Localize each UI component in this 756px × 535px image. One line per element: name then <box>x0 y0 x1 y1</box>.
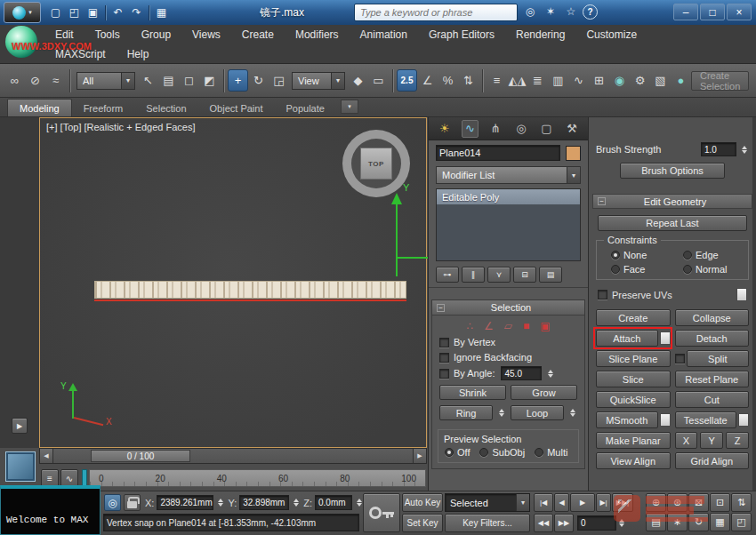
loop-spinner[interactable] <box>568 405 577 420</box>
material-editor-icon[interactable]: ◉ <box>609 69 630 92</box>
plane-object[interactable] <box>94 281 406 299</box>
select-and-rotate-icon[interactable]: ↻ <box>248 69 269 92</box>
motion-tab-icon[interactable]: ◎ <box>512 120 530 138</box>
menu-rendering[interactable]: Rendering <box>505 25 575 44</box>
maximize-button[interactable]: □ <box>700 4 725 20</box>
show-end-result-icon[interactable]: ∥ <box>462 267 485 283</box>
play-animation-icon[interactable]: ▶ <box>570 493 595 512</box>
mirror-icon[interactable]: ◭◮ <box>507 69 527 92</box>
select-object-icon[interactable]: ↖ <box>138 69 158 92</box>
chevron-down-icon[interactable]: ▾ <box>567 167 580 183</box>
gizmo-x-axis[interactable] <box>398 257 428 259</box>
brush-options-button[interactable]: Brush Options <box>620 163 725 179</box>
align-icon[interactable]: ≣ <box>527 69 548 92</box>
tab-selection[interactable]: Selection <box>134 100 197 116</box>
create-button[interactable]: Create <box>596 309 671 326</box>
slice-button[interactable]: Slice <box>596 371 671 387</box>
schematic-view-icon[interactable]: ⊞ <box>589 69 609 92</box>
preview-multi-radio[interactable] <box>535 448 543 457</box>
favorites-star-icon[interactable]: ☆ <box>562 3 580 20</box>
key-selection-dropdown[interactable]: Selected ▾ <box>445 493 530 512</box>
ribbon-flyout-icon[interactable]: ▾ <box>341 100 358 114</box>
help-icon[interactable]: ? <box>583 4 598 20</box>
tab-populate[interactable]: Populate <box>274 100 335 116</box>
key-filters-button[interactable]: Key Filters... <box>445 514 530 532</box>
bind-to-space-warp-icon[interactable]: ≈ <box>45 69 66 92</box>
unlink-selection-icon[interactable]: ⊘ <box>25 69 45 92</box>
communication-center-icon[interactable]: ◎ <box>521 3 539 20</box>
ring-spinner[interactable] <box>497 405 506 420</box>
curve-editor-icon[interactable]: ∿ <box>568 69 589 92</box>
current-frame-field[interactable]: 0 <box>577 515 616 531</box>
viewport-label[interactable]: [+] [Top] [Realistic + Edged Faces] <box>46 122 196 132</box>
time-slider[interactable]: ◀ 0 / 100 ▶ <box>39 448 427 464</box>
window-crossing-icon[interactable]: ◩ <box>199 69 220 92</box>
select-and-link-icon[interactable]: ∞ <box>4 69 25 92</box>
menu-views[interactable]: Views <box>181 25 231 44</box>
create-tab-icon[interactable]: ☀ <box>436 120 454 138</box>
welcome-window[interactable]: Welcome to MAX <box>0 485 101 535</box>
show-curves-icon[interactable]: ∿ <box>60 469 78 487</box>
preview-subobj-radio[interactable] <box>479 448 488 457</box>
set-key-mode-button[interactable] <box>363 493 400 532</box>
project-folder-icon[interactable]: ▦ <box>152 3 171 22</box>
tessellate-settings-button[interactable] <box>738 413 749 427</box>
attach-button[interactable]: Attach <box>596 330 658 347</box>
menu-graph-editors[interactable]: Graph Editors <box>418 25 505 44</box>
brush-strength-field[interactable]: 1.0 <box>701 142 736 156</box>
utilities-tab-icon[interactable]: ⚒ <box>563 120 581 138</box>
brush-strength-spinner[interactable] <box>740 146 749 154</box>
z-coordinate-field[interactable]: 0.0mm <box>315 495 352 510</box>
planar-x-button[interactable]: X <box>675 432 698 449</box>
keyboard-override-icon[interactable]: ▭ <box>368 69 389 92</box>
menu-customize[interactable]: Customize <box>575 25 647 44</box>
isolate-selection-icon[interactable]: ◎ <box>104 494 121 511</box>
modifier-list-dropdown[interactable]: Modifier List ▾ <box>436 166 581 184</box>
make-planar-button[interactable]: Make Planar <box>596 432 671 449</box>
planar-z-button[interactable]: Z <box>726 432 749 449</box>
select-and-move-icon[interactable]: + <box>228 69 248 92</box>
menu-create[interactable]: Create <box>231 25 285 44</box>
detach-button[interactable]: Detach <box>675 330 750 347</box>
y-coordinate-field[interactable]: 32.898mm <box>239 495 289 510</box>
undo-icon[interactable]: ↶ <box>109 3 127 22</box>
modify-tab-icon[interactable]: ∿ <box>462 120 479 138</box>
display-tab-icon[interactable]: ▢ <box>538 120 556 138</box>
slice-plane-button[interactable]: Slice Plane <box>596 350 671 367</box>
create-selection-button[interactable]: Create Selection <box>691 71 749 91</box>
make-unique-icon[interactable]: ⋎ <box>487 267 511 283</box>
edit-geometry-header[interactable]: − Edit Geometry <box>592 194 752 209</box>
tab-object-paint[interactable]: Object Paint <box>198 100 275 116</box>
expand-panel-icon[interactable]: ▶ <box>12 418 28 434</box>
x-spinner[interactable] <box>216 499 225 507</box>
select-by-name-icon[interactable]: ▤ <box>158 69 179 92</box>
select-and-scale-icon[interactable]: ◲ <box>269 69 289 92</box>
preserve-uvs-settings-button[interactable] <box>736 288 747 301</box>
planar-y-button[interactable]: Y <box>700 432 723 449</box>
split-checkbox[interactable] <box>675 354 685 363</box>
object-name-field[interactable]: Plane014 <box>436 145 560 161</box>
track-bar-ruler[interactable]: 0 20 40 60 80 100 <box>89 469 426 487</box>
border-subobject-icon[interactable]: ▱ <box>504 320 512 332</box>
collapse-button[interactable]: Collapse <box>675 309 750 326</box>
tab-modeling[interactable]: Modeling <box>7 99 72 116</box>
set-key-button[interactable]: Set Key <box>402 514 443 532</box>
named-selection-sets-icon[interactable]: ≡ <box>487 69 507 92</box>
track-bar-marker[interactable] <box>82 469 87 487</box>
by-vertex-checkbox[interactable] <box>439 338 449 347</box>
tab-freeform[interactable]: Freeform <box>72 100 135 116</box>
constraint-edge-radio[interactable] <box>683 251 692 260</box>
open-file-icon[interactable]: ◰ <box>65 3 84 22</box>
preview-off-radio[interactable] <box>445 448 454 457</box>
save-file-icon[interactable]: ▣ <box>84 3 102 22</box>
layer-manager-icon[interactable]: ▥ <box>548 69 568 92</box>
constraint-none-radio[interactable] <box>611 251 620 260</box>
by-angle-checkbox[interactable] <box>439 369 449 379</box>
stack-item-editable-poly[interactable]: Editable Poly <box>437 189 580 204</box>
edge-subobject-icon[interactable]: ∠ <box>484 320 494 332</box>
configure-modifier-sets-icon[interactable]: ▤ <box>539 267 562 283</box>
field-of-view-icon[interactable]: ⇅ <box>731 493 752 512</box>
infocenter-search[interactable] <box>354 4 518 21</box>
redo-icon[interactable]: ↷ <box>127 3 146 22</box>
preserve-uvs-checkbox[interactable] <box>598 290 607 299</box>
